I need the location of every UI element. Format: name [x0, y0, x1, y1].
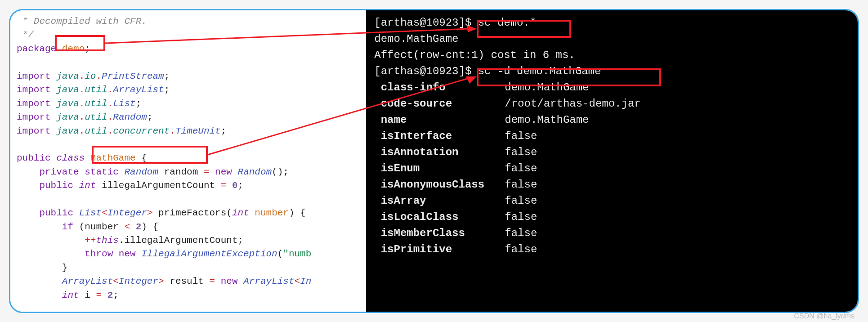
highlight-box-package — [55, 35, 105, 51]
highlight-box-class — [92, 146, 208, 164]
highlight-box-sc-command — [477, 20, 571, 38]
highlight-box-sc-d-command — [477, 68, 661, 86]
svg-line-0 — [105, 29, 469, 43]
svg-line-2 — [208, 78, 469, 155]
arrow-class-to-sc-d — [0, 0, 868, 322]
svg-marker-1 — [467, 25, 477, 32]
watermark-text: CSDN @ha_lydms — [794, 312, 855, 320]
svg-marker-3 — [466, 76, 477, 84]
arrow-package-to-sc — [0, 0, 868, 322]
annotation-overlay — [0, 0, 868, 322]
